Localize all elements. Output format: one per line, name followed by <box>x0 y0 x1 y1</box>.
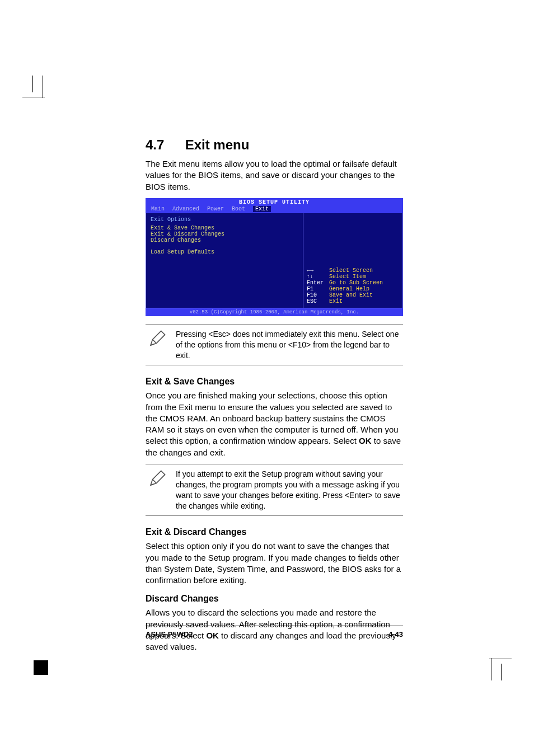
page-footer: ASUS P5WD2 4-43 <box>146 630 403 638</box>
subsection-heading: Exit & Save Changes <box>146 377 403 387</box>
bios-tab-bar: Main Advanced Power Boot Exit <box>146 205 403 213</box>
intro-paragraph: The Exit menu items allow you to load th… <box>146 158 403 192</box>
footer-page-number: 4-43 <box>388 630 403 638</box>
bios-tab-boot: Boot <box>232 206 245 212</box>
crop-mark <box>34 660 48 675</box>
note-box: If you attempt to exit the Setup program… <box>146 464 403 516</box>
footer-rule <box>146 626 403 626</box>
bios-tab-advanced: Advanced <box>172 206 199 212</box>
content-column: 4.7 Exit menu The Exit menu items allow … <box>146 137 403 658</box>
crop-mark <box>32 76 33 92</box>
bios-title: BIOS SETUP UTILITY <box>146 198 403 205</box>
body-paragraph: Once you are finished making your select… <box>146 390 403 458</box>
bios-item: Load Setup Defaults <box>151 249 298 255</box>
legend-row: F10Save and Exit <box>307 292 399 298</box>
bios-screenshot: BIOS SETUP UTILITY Main Advanced Power B… <box>146 198 403 316</box>
crop-mark <box>501 664 502 680</box>
bios-item: Discard Changes <box>151 237 298 243</box>
pencil-icon <box>148 329 167 350</box>
bios-copyright: v02.53 (C)Copyright 1985-2003, American … <box>146 308 403 316</box>
subsection-heading: Discard Changes <box>146 594 403 604</box>
note-text: If you attempt to exit the Setup program… <box>176 469 401 511</box>
document-page: 4.7 Exit menu The Exit menu items allow … <box>0 0 534 756</box>
pencil-icon <box>148 469 167 490</box>
bios-tab-main: Main <box>151 206 165 212</box>
crop-mark <box>43 76 43 98</box>
crop-mark <box>489 659 512 659</box>
bios-tab-exit: Exit <box>253 206 271 212</box>
ok-label: OK <box>359 436 372 445</box>
bios-tab-power: Power <box>207 206 224 212</box>
legend-row: ESCExit <box>307 298 399 304</box>
section-heading: 4.7 Exit menu <box>146 137 403 153</box>
section-number: 4.7 <box>146 137 181 153</box>
bios-group-label: Exit Options <box>151 217 298 223</box>
note-box: Pressing <Esc> does not immediately exit… <box>146 324 403 366</box>
crop-mark <box>491 658 491 680</box>
legend-row: F1General Help <box>307 286 399 292</box>
bios-item: Exit & Discard Changes <box>151 231 298 237</box>
note-text: Pressing <Esc> does not immediately exit… <box>176 329 401 361</box>
footer-product: ASUS P5WD2 <box>146 630 193 638</box>
body-paragraph: Select this option only if you do not wa… <box>146 541 403 586</box>
legend-row: ←→Select Screen <box>307 267 399 274</box>
legend-row: ↑↓Select Item <box>307 274 399 280</box>
bios-body: Exit Options Exit & Save Changes Exit & … <box>146 213 403 308</box>
subsection-heading: Exit & Discard Changes <box>146 527 403 537</box>
bios-item: Exit & Save Changes <box>151 225 298 231</box>
bios-legend-panel: ←→Select Screen ↑↓Select Item EnterGo to… <box>303 213 402 308</box>
section-title-text: Exit menu <box>185 137 250 152</box>
bios-options-panel: Exit Options Exit & Save Changes Exit & … <box>146 213 303 308</box>
legend-row: EnterGo to Sub Screen <box>307 280 399 286</box>
crop-mark <box>22 97 45 97</box>
